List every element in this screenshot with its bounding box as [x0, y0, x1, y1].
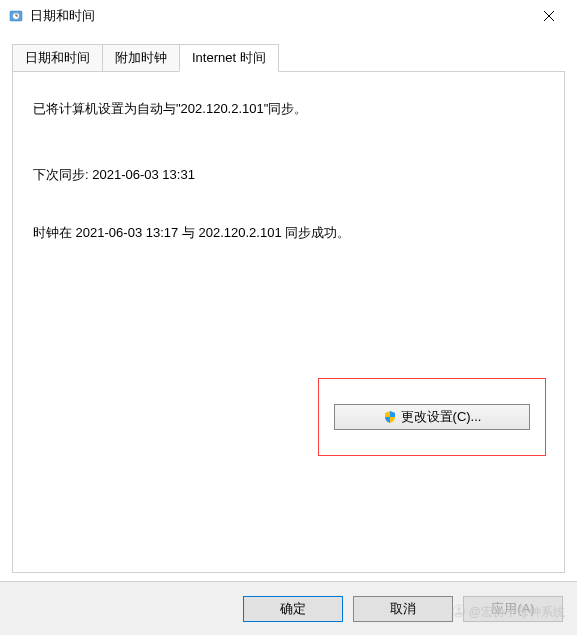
- change-settings-highlight: 更改设置(C)...: [318, 378, 546, 456]
- last-sync-text: 时钟在 2021-06-03 13:17 与 202.120.2.101 同步成…: [33, 224, 544, 242]
- ok-button[interactable]: 确定: [243, 596, 343, 622]
- clock-icon: [8, 8, 24, 24]
- cancel-button[interactable]: 取消: [353, 596, 453, 622]
- apply-button: 应用(A): [463, 596, 563, 622]
- tab-container: 日期和时间 附加时钟 Internet 时间 已将计算机设置为自动与"202.1…: [12, 44, 565, 573]
- close-icon: [544, 11, 554, 21]
- shield-icon: [383, 410, 397, 424]
- close-button[interactable]: [529, 2, 569, 30]
- tab-additional-clocks[interactable]: 附加时钟: [102, 44, 180, 72]
- window-title: 日期和时间: [30, 7, 529, 25]
- change-settings-button[interactable]: 更改设置(C)...: [334, 404, 530, 430]
- tab-internet-time[interactable]: Internet 时间: [179, 44, 279, 72]
- tab-date-time[interactable]: 日期和时间: [12, 44, 103, 72]
- tab-body: 已将计算机设置为自动与"202.120.2.101"同步。 下次同步: 2021…: [12, 71, 565, 573]
- change-settings-label: 更改设置(C)...: [401, 408, 482, 426]
- tab-header: 日期和时间 附加时钟 Internet 时间: [12, 44, 565, 72]
- next-sync-text: 下次同步: 2021-06-03 13:31: [33, 166, 544, 184]
- content-area: 日期和时间 附加时钟 Internet 时间 已将计算机设置为自动与"202.1…: [0, 32, 577, 585]
- sync-setup-text: 已将计算机设置为自动与"202.120.2.101"同步。: [33, 100, 544, 118]
- titlebar: 日期和时间: [0, 0, 577, 32]
- bottom-bar: 确定 取消 应用(A): [0, 581, 577, 635]
